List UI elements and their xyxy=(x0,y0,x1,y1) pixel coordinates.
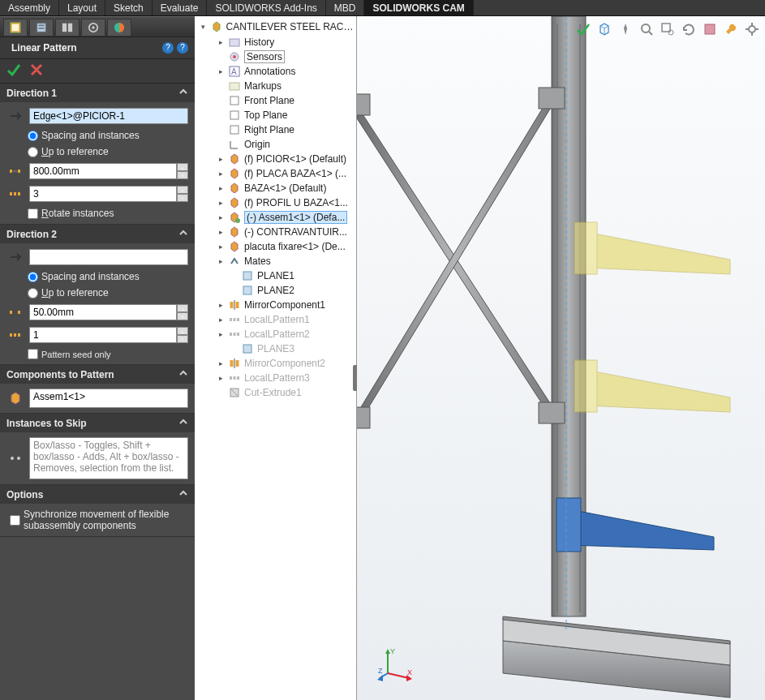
tree-root[interactable]: ▾ CANTILEVER STEEL RACK ... xyxy=(198,19,356,34)
expand-icon[interactable]: ▸ xyxy=(217,229,225,236)
ok-button[interactable] xyxy=(6,62,21,79)
svg-marker-73 xyxy=(574,360,597,412)
tree-item[interactable]: Sensors xyxy=(198,49,356,64)
group-options: Options Synchronize movement of flexible… xyxy=(0,485,195,537)
zoom-fit-icon[interactable] xyxy=(638,21,655,37)
tree-item[interactable]: ▸(-) Assem1<1> (Defa... xyxy=(198,210,356,225)
dir2-instances-field[interactable]: ▲▼ xyxy=(29,327,188,343)
tab-assembly[interactable]: Assembly xyxy=(0,0,59,15)
tree-item[interactable]: Top Plane xyxy=(198,108,356,122)
tree-item[interactable]: PLANE3 xyxy=(198,341,356,356)
cube-icon[interactable] xyxy=(596,21,612,37)
tree-item[interactable]: ▸placuta fixare<1> (De... xyxy=(198,239,356,254)
feature-manager-icon[interactable] xyxy=(3,19,28,37)
reverse-direction-icon[interactable] xyxy=(6,248,24,266)
config-manager-icon[interactable] xyxy=(55,19,80,37)
tree-item[interactable]: Markups xyxy=(198,79,356,93)
dir1-instances-field[interactable]: ▲▼ xyxy=(29,186,188,202)
dir2-spacing-field[interactable]: ▲▼ xyxy=(29,304,188,320)
dir2-seed-only-check[interactable]: Pattern seed only xyxy=(6,349,188,359)
tab-sketch[interactable]: Sketch xyxy=(105,0,153,15)
tree-item[interactable]: Origin xyxy=(198,137,356,152)
skip-list[interactable]: Box/lasso - Toggles, Shift + box/lasso -… xyxy=(29,437,188,479)
expand-icon[interactable]: ▸ xyxy=(217,170,225,178)
dir1-edge-field[interactable]: Edge<1>@PICIOR-1 xyxy=(29,108,188,124)
feature-tree[interactable]: ▾ CANTILEVER STEEL RACK ... ▸HistorySens… xyxy=(195,16,356,403)
tree-item[interactable]: ▸(f) PLACA BAZA<1> (... xyxy=(198,166,356,181)
dir2-spacing-radio[interactable]: Spacing and instances xyxy=(6,271,188,282)
tree-item[interactable]: ▸AAnnotations xyxy=(198,64,356,79)
dir1-rotate-check[interactable]: Rotate instances xyxy=(6,208,188,219)
expand-icon[interactable]: ▾ xyxy=(200,24,207,31)
tree-item[interactable]: ▸History xyxy=(198,35,356,49)
graphics-viewport[interactable]: Y X Z xyxy=(357,16,765,700)
expand-icon[interactable]: ▸ xyxy=(217,39,225,46)
tree-item[interactable]: Right Plane xyxy=(198,122,356,137)
help-context-icon[interactable]: ? xyxy=(177,42,188,54)
svg-rect-46 xyxy=(237,333,239,336)
zoom-area-icon[interactable] xyxy=(660,21,676,37)
expand-icon[interactable]: ▸ xyxy=(217,302,225,309)
svg-rect-4 xyxy=(39,28,45,29)
rebuild-icon[interactable] xyxy=(681,21,697,37)
view-triad[interactable]: Y X Z xyxy=(376,646,414,685)
origin-icon xyxy=(228,138,241,151)
dir1-spacing-radio[interactable]: Spacing and instances xyxy=(6,130,188,141)
tab-layout[interactable]: Layout xyxy=(59,0,105,15)
tree-item[interactable]: ▸LocalLPattern3 xyxy=(198,371,356,385)
expand-icon[interactable]: ▸ xyxy=(217,156,225,163)
tree-item[interactable]: ▸LocalLPattern1 xyxy=(198,312,356,327)
tree-item[interactable]: ▸MirrorComponent2 xyxy=(198,356,356,371)
dir1-upto-radio[interactable]: Up to reference xyxy=(6,146,188,157)
expand-icon[interactable]: ▸ xyxy=(217,375,225,382)
tree-item[interactable]: ▸(f) PICIOR<1> (Default) xyxy=(198,152,356,166)
tree-item[interactable]: PLANE1 xyxy=(198,268,356,283)
tree-item[interactable]: ▸MirrorComponent1 xyxy=(198,298,356,312)
tree-item[interactable]: PLANE2 xyxy=(198,283,356,298)
expand-icon[interactable]: ▸ xyxy=(217,214,225,221)
expand-icon[interactable]: ▸ xyxy=(217,200,225,207)
tab-mbd[interactable]: MBD xyxy=(326,0,365,15)
tree-item[interactable]: Front Plane xyxy=(198,93,356,108)
dir2-edge-field[interactable] xyxy=(29,249,188,265)
dir2-upto-radio[interactable]: Up to reference xyxy=(6,287,188,298)
collapse-icon[interactable] xyxy=(178,368,188,380)
tree-item[interactable]: ▸Mates xyxy=(198,254,356,268)
display-manager-icon[interactable] xyxy=(107,19,131,37)
tab-cam[interactable]: SOLIDWORKS CAM xyxy=(364,0,473,15)
tree-item[interactable]: ▸LocalLPattern2 xyxy=(198,327,356,341)
tree-item[interactable]: ▸(f) PROFIL U BAZA<1... xyxy=(198,195,356,210)
collapse-icon[interactable] xyxy=(178,417,188,429)
check-icon[interactable] xyxy=(575,21,591,37)
gear-icon[interactable] xyxy=(744,21,760,37)
reverse-direction-icon[interactable] xyxy=(6,107,24,125)
pin-icon[interactable] xyxy=(617,21,634,37)
book-icon[interactable] xyxy=(702,21,718,37)
tree-item[interactable]: ▸BAZA<1> (Default) xyxy=(198,181,356,195)
property-manager-icon[interactable] xyxy=(29,19,54,37)
cancel-button[interactable] xyxy=(29,62,44,79)
expand-icon[interactable]: ▸ xyxy=(217,258,225,265)
tab-evaluate[interactable]: Evaluate xyxy=(153,0,208,15)
collapse-icon[interactable] xyxy=(178,87,188,99)
group-direction-1: Direction 1 Edge<1>@PICIOR-1 Spacing and… xyxy=(0,84,195,225)
expand-icon[interactable]: ▸ xyxy=(217,68,225,75)
tree-item[interactable]: Cut-Extrude1 xyxy=(198,385,356,400)
spacing-icon xyxy=(6,303,24,321)
tab-addins[interactable]: SOLIDWORKS Add-Ins xyxy=(207,0,325,15)
sync-movement-check[interactable]: Synchronize movement of flexible subasse… xyxy=(6,509,188,531)
components-list[interactable]: Assem1<1> xyxy=(29,389,188,408)
tree-item[interactable]: ▸(-) CONTRAVANTUIR... xyxy=(198,225,356,239)
svg-rect-19 xyxy=(10,333,12,337)
help-full-icon[interactable]: ? xyxy=(162,42,174,54)
dir1-spacing-field[interactable]: ▲▼ xyxy=(29,163,188,179)
dimxpert-icon[interactable] xyxy=(81,19,105,37)
collapse-icon[interactable] xyxy=(178,488,188,500)
expand-icon[interactable]: ▸ xyxy=(217,360,225,367)
wrench-icon[interactable] xyxy=(723,21,739,37)
expand-icon[interactable]: ▸ xyxy=(217,331,225,338)
expand-icon[interactable]: ▸ xyxy=(217,185,225,192)
collapse-icon[interactable] xyxy=(178,228,188,240)
expand-icon[interactable]: ▸ xyxy=(217,316,225,324)
expand-icon[interactable]: ▸ xyxy=(217,243,225,251)
